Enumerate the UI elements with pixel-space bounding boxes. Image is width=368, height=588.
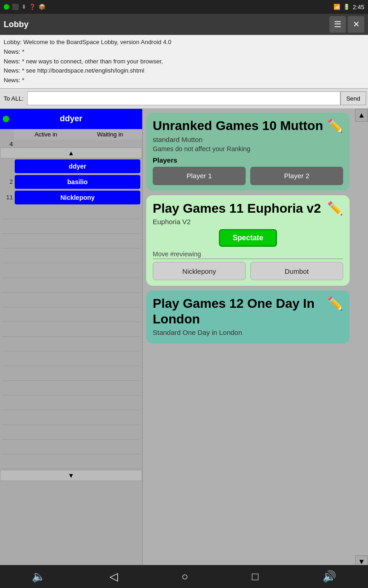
empty-row	[2, 339, 140, 351]
pencil-icon-2: ✏️	[327, 201, 343, 216]
title-bar: Lobby ☰ ✕	[0, 14, 368, 35]
main-area: ddyer Active in Waiting in 4 ▲ ddyer 2 b…	[0, 109, 368, 568]
empty-row	[2, 250, 140, 263]
volume-down-button[interactable]: 🔈	[32, 570, 46, 583]
menu-button[interactable]: ☰	[329, 16, 346, 33]
pencil-icon-3: ✏️	[327, 296, 343, 311]
player-slot-2-2[interactable]: Dumbot	[250, 262, 343, 280]
wifi-icon: 📶	[334, 4, 340, 10]
left-panel-header: ddyer	[0, 109, 142, 129]
empty-row	[2, 397, 140, 410]
col-active: Active in	[14, 129, 78, 140]
scroll-down-button[interactable]: ▼	[0, 470, 142, 481]
game-card-title-2: Play Games 11 Euphoria v2	[153, 201, 321, 216]
empty-row	[2, 236, 140, 249]
circle-icon	[4, 4, 9, 10]
pencil-icon-1: ✏️	[327, 118, 343, 133]
message-line-3: News: * new ways to connect, other than …	[4, 57, 364, 67]
empty-row	[2, 368, 140, 381]
send-button[interactable]: Send	[340, 91, 366, 105]
spectate-button[interactable]: Spectate	[219, 229, 277, 247]
player-button-ddyer[interactable]: ddyer	[15, 159, 140, 173]
game-card-subtitle-2: Euphoria V2	[153, 218, 343, 226]
empty-row	[2, 324, 140, 337]
chat-bar: To ALL: Send	[0, 89, 368, 109]
empty-row	[2, 265, 140, 278]
archive-icon: 📦	[39, 4, 46, 10]
left-panel: ddyer Active in Waiting in 4 ▲ ddyer 2 b…	[0, 109, 143, 568]
screen-icon: ⬛	[12, 4, 19, 10]
active-count: 4	[2, 141, 13, 147]
player-slot-2-1[interactable]: Nicklepony	[153, 262, 246, 280]
empty-row	[2, 441, 140, 454]
game-card-subtitle-1: standard Mutton	[153, 136, 343, 143]
right-panel: ▲ Unranked Games 10 Mutton ✏️ standard M…	[143, 109, 368, 568]
player-row-2: 2 basilio	[2, 175, 140, 189]
volume-up-button[interactable]: 🔊	[322, 570, 336, 583]
player-row-3: 11 Nicklepony	[2, 191, 140, 204]
empty-row	[2, 456, 140, 469]
game-card-note-1: Games do not affect your Ranking	[153, 145, 343, 153]
empty-row	[2, 383, 140, 396]
empty-row	[2, 221, 140, 234]
message-line-4: News: * see http://boardspace.net/englis…	[4, 66, 364, 76]
game-card-subtitle-3: Standard One Day in London	[153, 328, 343, 336]
chat-label: To ALL:	[0, 95, 27, 102]
player-slot-1-1[interactable]: Player 1	[153, 167, 246, 185]
online-dot	[3, 116, 9, 122]
game-card-title-1: Unranked Games 10 Mutton	[153, 118, 323, 134]
empty-row	[2, 294, 140, 307]
status-right: 📶 🔋 2:45	[334, 4, 364, 11]
message-line-1: Lobby: Welcome to the BoardSpace Lobby, …	[4, 38, 364, 47]
message-area: Lobby: Welcome to the BoardSpace Lobby, …	[0, 35, 368, 89]
game-card-london: Play Games 12 One Day In London ✏️ Stand…	[146, 290, 350, 344]
empty-row	[2, 280, 140, 293]
game-card-euphoria: Play Games 11 Euphoria v2 ✏️ Euphoria V2…	[146, 195, 350, 286]
question-icon: ❓	[29, 4, 36, 10]
game-card-unranked-mutton: Unranked Games 10 Mutton ✏️ standard Mut…	[146, 113, 350, 191]
move-label: Move #reviewing	[153, 250, 343, 259]
player-button-basilio[interactable]: basilio	[15, 175, 140, 189]
game-card-title-3: Play Games 12 One Day In London	[153, 296, 327, 327]
empty-row	[2, 206, 140, 219]
players-label-1: Players	[153, 156, 343, 164]
col-headers: Active in Waiting in	[0, 129, 142, 140]
player-button-nicklepony[interactable]: Nicklepony	[15, 191, 140, 204]
player-row-1: ddyer	[2, 159, 140, 173]
bottom-nav: 🔈 ◁ ○ □ 🔊	[0, 565, 368, 588]
player-buttons-2: Nicklepony Dumbot	[153, 262, 343, 280]
empty-row	[2, 412, 140, 425]
close-button[interactable]: ✕	[348, 16, 364, 33]
empty-row	[2, 309, 140, 322]
username-label: ddyer	[60, 114, 82, 124]
download-icon: ⬇	[22, 4, 26, 10]
chat-input[interactable]	[27, 91, 340, 105]
scroll-right-up-button[interactable]: ▲	[355, 109, 368, 122]
player-slot-1-2[interactable]: Player 2	[250, 167, 343, 185]
recents-button[interactable]: □	[252, 570, 259, 583]
empty-row	[2, 353, 140, 366]
back-button[interactable]: ◁	[109, 570, 118, 583]
home-button[interactable]: ○	[181, 570, 188, 583]
app-title: Lobby	[4, 20, 29, 29]
status-bar: ⬛ ⬇ ❓ 📦 📶 🔋 2:45	[0, 0, 368, 14]
player-buttons-1: Player 1 Player 2	[153, 167, 343, 185]
message-line-5: News: *	[4, 76, 364, 85]
message-line-2: News: *	[4, 47, 364, 57]
title-bar-buttons: ☰ ✕	[329, 16, 364, 33]
clock: 2:45	[353, 4, 364, 11]
scroll-up-button[interactable]: ▲	[0, 147, 142, 158]
col-waiting: Waiting in	[78, 129, 143, 140]
battery-icon: 🔋	[343, 4, 350, 10]
empty-row	[2, 427, 140, 440]
status-icons-left: ⬛ ⬇ ❓ 📦	[4, 4, 46, 10]
